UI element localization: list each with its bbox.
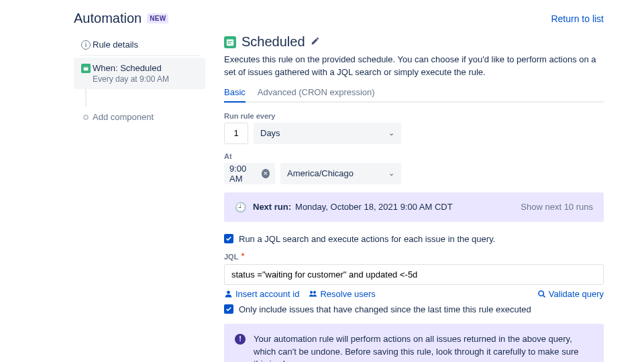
chevron-down-icon: ⌄: [388, 129, 394, 137]
return-to-list-link[interactable]: Return to list: [551, 13, 604, 24]
svg-point-8: [227, 290, 230, 294]
warning-panel: ! Your automation rule will perform acti…: [224, 324, 604, 362]
svg-line-12: [543, 296, 545, 297]
time-input[interactable]: 9:00 AM ✕: [224, 163, 275, 184]
warning-text: Your automation rule will perform action…: [254, 333, 593, 362]
calendar-icon: [224, 36, 236, 48]
svg-rect-5: [231, 41, 233, 42]
svg-point-9: [310, 291, 313, 294]
sidebar-add-component[interactable]: Add component: [74, 107, 205, 127]
tab-basic[interactable]: Basic: [224, 87, 246, 103]
sidebar-item-label: When: Scheduled: [93, 63, 169, 73]
panel-title: Scheduled: [241, 34, 305, 50]
run-every-unit-select[interactable]: Days ⌄: [254, 123, 401, 144]
jql-checkbox[interactable]: [224, 234, 233, 243]
show-next-runs-link[interactable]: Show next 10 runs: [521, 202, 593, 212]
users-icon: [309, 290, 317, 298]
select-value: Days: [260, 128, 280, 138]
time-value: 9:00 AM: [229, 164, 258, 184]
timeline-dot-icon: [83, 115, 89, 120]
page-title: Automation: [74, 11, 142, 26]
select-value: America/Chicago: [287, 168, 354, 178]
svg-rect-4: [229, 41, 231, 42]
at-label: At: [224, 152, 604, 160]
edit-icon[interactable]: [311, 36, 320, 48]
clock-icon: 🕘: [235, 202, 246, 213]
only-changed-checkbox[interactable]: [224, 304, 233, 314]
clear-icon[interactable]: ✕: [262, 169, 270, 178]
panel-description: Executes this rule on the provided sched…: [224, 54, 604, 79]
calendar-icon: [81, 64, 91, 73]
sidebar-item-sub: Every day at 9:00 AM: [93, 74, 169, 84]
required-indicator: *: [238, 251, 244, 261]
user-icon: [224, 290, 233, 298]
jql-input[interactable]: [224, 264, 604, 285]
validate-query-link[interactable]: Validate query: [537, 289, 604, 299]
warning-icon: !: [235, 334, 246, 345]
svg-rect-2: [227, 39, 233, 45]
svg-rect-7: [229, 42, 231, 44]
sidebar-rule-details[interactable]: i Rule details: [74, 34, 205, 55]
svg-rect-6: [228, 42, 229, 44]
timeline-connector: [85, 89, 87, 107]
next-run-label: Next run:: [253, 202, 291, 212]
timezone-select[interactable]: America/Chicago ⌄: [280, 163, 401, 184]
sidebar: i Rule details When: Scheduled Every day…: [74, 34, 205, 362]
sidebar-item-label: Rule details: [93, 40, 138, 50]
sidebar-when-scheduled[interactable]: When: Scheduled Every day at 9:00 AM: [74, 58, 205, 89]
svg-point-10: [313, 291, 316, 294]
next-run-value: Monday, October 18, 2021 9:00 AM CDT: [295, 202, 453, 212]
search-icon: [537, 290, 546, 298]
main-panel: Scheduled Executes this rule on the prov…: [224, 34, 604, 362]
new-badge: NEW: [147, 13, 168, 23]
run-every-input[interactable]: [224, 123, 248, 144]
info-icon: i: [81, 40, 91, 50]
resolve-users-link[interactable]: Resolve users: [309, 289, 375, 299]
tab-advanced[interactable]: Advanced (CRON expression): [258, 87, 375, 103]
schedule-tabs: Basic Advanced (CRON expression): [224, 87, 604, 103]
run-every-label: Run rule every: [224, 112, 604, 120]
insert-account-id-link[interactable]: Insert account id: [224, 289, 299, 299]
svg-rect-1: [84, 66, 89, 67]
jql-checkbox-label: Run a JQL search and execute actions for…: [239, 234, 495, 244]
svg-rect-3: [228, 41, 229, 42]
sidebar-item-label: Add component: [93, 112, 154, 122]
jql-label: JQL: [224, 253, 238, 261]
next-run-panel: 🕘 Next run: Monday, October 18, 2021 9:0…: [224, 192, 604, 222]
only-changed-label: Only include issues that have changed si…: [239, 304, 531, 314]
svg-point-11: [539, 291, 543, 296]
chevron-down-icon: ⌄: [388, 169, 394, 178]
